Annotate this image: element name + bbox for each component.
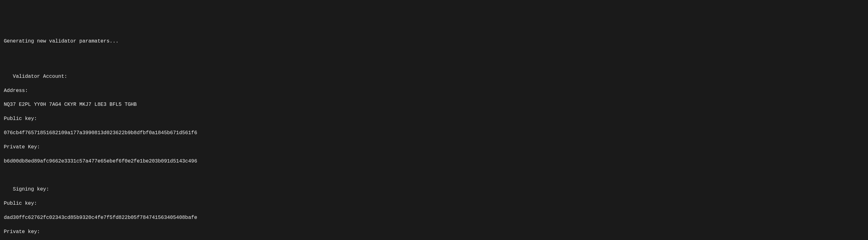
generating-message: Generating new validator paramaters... — [4, 38, 864, 45]
va-public-key-label: Public key: — [4, 115, 864, 122]
signing-key-header: Signing key: — [4, 186, 864, 193]
address-label: Address: — [4, 87, 864, 94]
sk-public-key-label: Public key: — [4, 200, 864, 207]
sk-public-key-value: dad30ffc62762fc02343cd85b9320c4fe7f5fd82… — [4, 214, 864, 221]
va-public-key-value: 076cb4f76571851682109a177a3990813d023622… — [4, 129, 864, 137]
address-value: NQ37 E2PL YY0H 7AG4 CKYR MKJ7 L8E3 BFL5 … — [4, 101, 864, 108]
va-private-key-label: Private Key: — [4, 144, 864, 151]
validator-account-header: Validator Account: — [4, 73, 864, 80]
va-private-key-value: b6d00db8ed89afc9662e3331c57a477e65ebef6f… — [4, 158, 864, 165]
sk-private-key-label: Private key: — [4, 228, 864, 235]
terminal-output: Generating new validator paramaters... V… — [4, 31, 864, 240]
